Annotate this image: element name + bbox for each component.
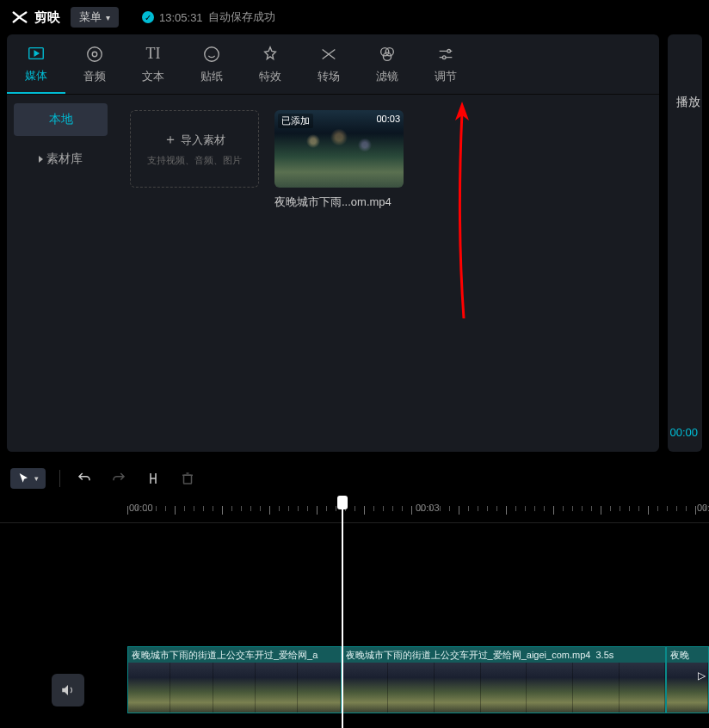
svg-point-7 xyxy=(447,49,451,52)
speaker-icon xyxy=(60,682,76,698)
tab-adjust[interactable]: 调节 xyxy=(416,34,475,94)
preview-time: 00:00 xyxy=(669,426,698,439)
main-panel: 媒体 音频 TI 文本 贴纸 特效 转场 xyxy=(7,34,659,452)
audio-icon xyxy=(85,45,104,64)
top-toolbar: 媒体 音频 TI 文本 贴纸 特效 转场 xyxy=(7,34,659,95)
svg-point-5 xyxy=(385,47,393,55)
undo-button[interactable] xyxy=(74,468,95,489)
media-sidebar: 本地 素材库 xyxy=(7,95,114,452)
tab-effects[interactable]: 特效 xyxy=(241,34,299,94)
svg-rect-9 xyxy=(184,475,192,484)
autosave-status: ✓ 13:05:31 自动保存成功 xyxy=(142,9,275,25)
play-indicator-icon[interactable]: ▷ xyxy=(698,669,706,682)
timeline-clip[interactable]: 夜晚城市下雨的街道上公交车开过_爱给网_aigei_com.mp4 3.5s xyxy=(342,646,667,713)
svg-point-6 xyxy=(383,52,391,60)
clip-thumbnail: 已添加 00:03 xyxy=(274,110,404,188)
effects-icon xyxy=(261,45,280,64)
svg-point-3 xyxy=(205,46,219,61)
ruler-label: 00:03 xyxy=(416,503,440,513)
check-icon: ✓ xyxy=(142,11,154,23)
transition-icon xyxy=(319,45,338,64)
video-track[interactable]: 夜晚城市下雨的街道上公交车开过_爱给网_a 夜晚城市下雨的街道上公交车开过_爱给… xyxy=(127,646,709,713)
tab-sticker[interactable]: 贴纸 xyxy=(182,34,241,94)
chevron-down-icon: ▾ xyxy=(34,474,39,483)
media-clip[interactable]: 已添加 00:03 夜晚城市下雨...om.mp4 xyxy=(274,110,404,210)
svg-point-1 xyxy=(88,46,102,61)
app-name: 剪映 xyxy=(34,9,60,26)
sidebar-library[interactable]: 素材库 xyxy=(14,143,108,176)
tab-filter[interactable]: 滤镜 xyxy=(358,34,416,94)
tab-text[interactable]: TI 文本 xyxy=(124,34,182,94)
preview-label: 播放 xyxy=(676,95,700,110)
sidebar-local[interactable]: 本地 xyxy=(14,103,108,136)
chevron-down-icon: ▾ xyxy=(106,13,110,22)
redo-button[interactable] xyxy=(108,468,129,489)
ruler-label: 00:00 xyxy=(129,503,153,513)
playhead[interactable] xyxy=(342,497,343,728)
plus-icon: ＋ xyxy=(163,132,177,146)
tab-media[interactable]: 媒体 xyxy=(7,34,65,94)
import-media-button[interactable]: ＋ 导入素材 支持视频、音频、图片 xyxy=(130,110,259,188)
timeline[interactable]: 00:00 00:03 00: 夜晚城市下雨的街道上公交车开过_爱给网_a 夜晚… xyxy=(0,497,709,728)
filter-icon xyxy=(378,45,397,64)
asset-area: ＋ 导入素材 支持视频、音频、图片 已添加 00:03 夜晚城市下雨...om.… xyxy=(114,95,659,452)
timeline-ruler[interactable]: 00:00 00:03 00: xyxy=(0,497,709,523)
sticker-icon xyxy=(202,45,221,64)
cursor-tool[interactable]: ▾ xyxy=(10,468,46,489)
svg-point-2 xyxy=(92,52,97,57)
adjust-icon xyxy=(436,45,455,64)
tab-audio[interactable]: 音频 xyxy=(65,34,124,94)
ruler-label: 00: xyxy=(697,503,709,513)
app-logo: 剪映 xyxy=(10,8,60,27)
svg-point-8 xyxy=(442,55,446,59)
media-icon xyxy=(27,44,46,63)
jianying-logo-icon xyxy=(10,8,29,27)
caret-right-icon xyxy=(39,156,43,163)
clip-filename: 夜晚城市下雨...om.mp4 xyxy=(274,194,404,210)
timeline-clip[interactable]: 夜晚城市下雨的街道上公交车开过_爱给网_a xyxy=(127,646,342,713)
tab-transition[interactable]: 转场 xyxy=(299,34,358,94)
timeline-toolbar: ▾ xyxy=(0,459,709,497)
delete-button[interactable] xyxy=(177,468,198,489)
playhead-handle[interactable] xyxy=(337,496,348,509)
annotation-arrow xyxy=(447,95,481,318)
clip-duration: 00:03 xyxy=(376,114,400,124)
added-badge: 已添加 xyxy=(278,114,313,128)
menu-dropdown[interactable]: 菜单 ▾ xyxy=(71,7,119,28)
preview-panel: 播放 00:00 xyxy=(668,34,702,452)
split-button[interactable] xyxy=(143,468,163,489)
track-mute-button[interactable] xyxy=(52,674,84,706)
text-icon: TI xyxy=(144,45,163,64)
